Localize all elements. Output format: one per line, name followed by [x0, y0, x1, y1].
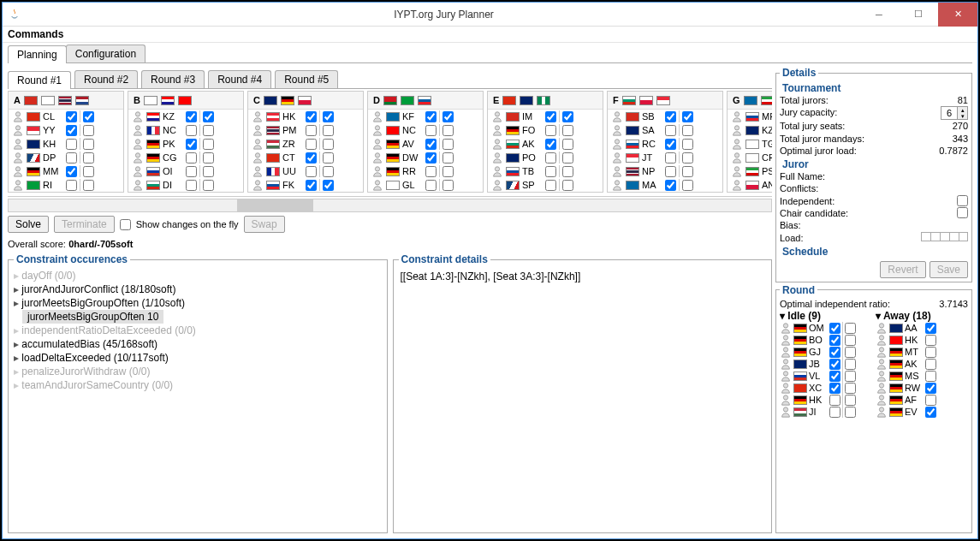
juror-checkbox[interactable]	[545, 125, 556, 136]
round-tab-4[interactable]: Round #4	[208, 70, 271, 88]
juror-checkbox[interactable]	[425, 139, 437, 150]
minimize-button[interactable]: ─	[859, 3, 899, 27]
juror-checkbox[interactable]	[682, 125, 693, 136]
juror-checkbox[interactable]	[323, 166, 334, 177]
constraint-item[interactable]: penalizeJurorWithdraw (0/0)	[14, 365, 382, 378]
juror-row[interactable]: CG	[128, 151, 243, 164]
juror-checkbox[interactable]	[665, 166, 676, 177]
juror-checkbox[interactable]	[545, 180, 556, 191]
juror-checkbox[interactable]	[845, 359, 856, 370]
juror-checkbox[interactable]	[66, 180, 77, 191]
list-item[interactable]: MS	[876, 370, 968, 382]
list-item[interactable]: EV	[876, 406, 968, 418]
juror-checkbox[interactable]	[562, 180, 573, 191]
juror-checkbox[interactable]	[829, 395, 840, 406]
juror-checkbox[interactable]	[83, 111, 94, 122]
juror-row[interactable]: CT	[248, 151, 363, 164]
juror-row[interactable]: DP	[9, 151, 123, 164]
constraint-item[interactable]: teamAndJurorSameCountry (0/0)	[14, 378, 382, 392]
juror-checkbox[interactable]	[682, 139, 693, 150]
constraint-item[interactable]: jurorMeetsBigGroupOften (1/10soft)	[14, 296, 382, 310]
juror-row[interactable]: PO	[488, 151, 603, 164]
chair-checkbox[interactable]	[957, 207, 968, 218]
juror-row[interactable]: HK	[248, 110, 363, 123]
juror-checkbox[interactable]	[323, 152, 334, 163]
round-tab-5[interactable]: Round #5	[275, 70, 338, 88]
list-item[interactable]: HK	[780, 394, 872, 406]
list-item[interactable]: JB	[780, 358, 872, 370]
juror-checkbox[interactable]	[203, 111, 214, 122]
juror-checkbox[interactable]	[925, 395, 936, 406]
juror-checkbox[interactable]	[203, 125, 214, 136]
round-tab-1[interactable]: Round #1	[8, 71, 71, 89]
juror-row[interactable]: FK	[248, 178, 363, 192]
juror-checkbox[interactable]	[186, 152, 197, 163]
round-tab-3[interactable]: Round #3	[141, 70, 205, 88]
juror-row[interactable]: SB	[608, 110, 722, 123]
juror-checkbox[interactable]	[925, 347, 936, 358]
juror-checkbox[interactable]	[425, 125, 437, 136]
juror-checkbox[interactable]	[925, 407, 936, 418]
juror-row[interactable]: KH	[9, 137, 123, 151]
juror-row[interactable]: ZR	[248, 137, 363, 151]
constraint-item[interactable]: jurorAndJurorConflict (18/180soft)	[14, 282, 382, 296]
juror-checkbox[interactable]	[829, 383, 840, 394]
juror-checkbox[interactable]	[66, 125, 77, 136]
constraint-item[interactable]: accumulatedBias (45/168soft)	[14, 337, 382, 351]
juror-row[interactable]: KZ	[128, 110, 243, 123]
list-item[interactable]: AA	[876, 322, 968, 334]
list-item[interactable]: GJ	[780, 346, 872, 358]
juror-row[interactable]: GL	[368, 178, 483, 192]
juror-checkbox[interactable]	[83, 139, 94, 150]
juror-checkbox[interactable]	[925, 371, 936, 382]
jury-capacity-spinner[interactable]: ▴▾	[941, 106, 968, 120]
show-changes-checkbox[interactable]	[120, 219, 131, 230]
round-tab-2[interactable]: Round #2	[74, 70, 138, 88]
close-button[interactable]: ✕	[938, 3, 977, 27]
juror-checkbox[interactable]	[665, 180, 676, 191]
juror-checkbox[interactable]	[562, 152, 573, 163]
juror-row[interactable]: UU	[248, 164, 363, 178]
horizontal-scrollbar[interactable]	[8, 199, 772, 212]
juror-row[interactable]: YY	[9, 123, 123, 137]
juror-checkbox[interactable]	[83, 166, 94, 177]
juror-checkbox[interactable]	[829, 323, 840, 334]
juror-row[interactable]: DW	[368, 151, 483, 164]
juror-checkbox[interactable]	[682, 180, 693, 191]
juror-checkbox[interactable]	[83, 152, 94, 163]
juror-checkbox[interactable]	[203, 139, 214, 150]
juror-row[interactable]: MM	[9, 164, 123, 178]
juror-row[interactable]: AV	[368, 137, 483, 151]
juror-checkbox[interactable]	[845, 371, 856, 382]
juror-row[interactable]: KZ	[728, 123, 772, 137]
juror-checkbox[interactable]	[442, 111, 454, 122]
list-item[interactable]: AK	[876, 358, 968, 370]
juror-checkbox[interactable]	[306, 125, 317, 136]
juror-checkbox[interactable]	[442, 139, 454, 150]
juror-checkbox[interactable]	[829, 371, 840, 382]
juror-checkbox[interactable]	[203, 152, 214, 163]
juror-checkbox[interactable]	[829, 335, 840, 346]
juror-row[interactable]: PS	[728, 164, 772, 178]
juror-row[interactable]: RI	[9, 178, 123, 192]
juror-row[interactable]: IM	[488, 110, 603, 123]
juror-checkbox[interactable]	[186, 125, 197, 136]
juror-checkbox[interactable]	[323, 180, 334, 191]
juror-checkbox[interactable]	[442, 166, 454, 177]
juror-checkbox[interactable]	[829, 359, 840, 370]
juror-row[interactable]: NC	[128, 123, 243, 137]
juror-checkbox[interactable]	[186, 111, 197, 122]
juror-row[interactable]: TB	[488, 164, 603, 178]
juror-checkbox[interactable]	[323, 139, 334, 150]
maximize-button[interactable]: ☐	[899, 3, 938, 27]
juror-checkbox[interactable]	[442, 180, 454, 191]
juror-checkbox[interactable]	[442, 152, 454, 163]
constraint-child[interactable]: jurorMeetsBigGroupOften 10	[22, 310, 163, 324]
juror-row[interactable]: RC	[608, 137, 722, 151]
juror-checkbox[interactable]	[682, 166, 693, 177]
juror-checkbox[interactable]	[665, 139, 676, 150]
juror-row[interactable]: FO	[488, 123, 603, 137]
juror-checkbox[interactable]	[323, 111, 334, 122]
juror-checkbox[interactable]	[562, 111, 573, 122]
juror-row[interactable]: CL	[9, 110, 123, 123]
